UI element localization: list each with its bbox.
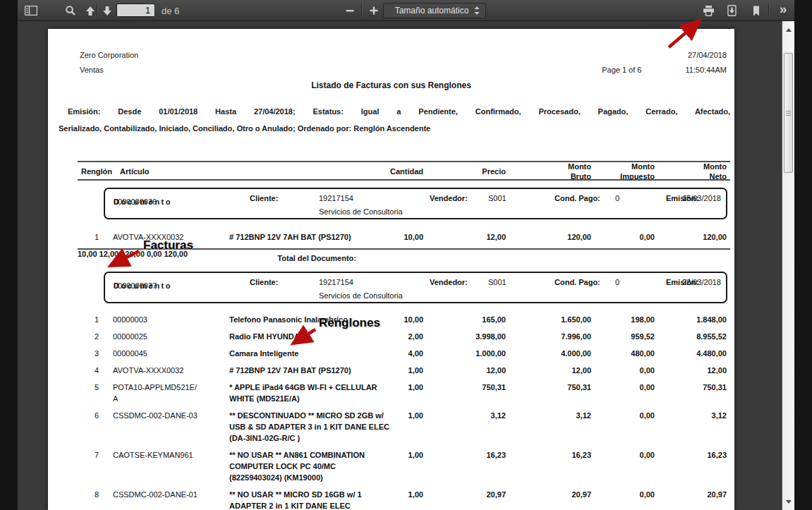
zoom-in-button[interactable] [365,2,383,19]
cliente-label: Cliente: [250,277,278,288]
cliente-value: 19217154 [319,277,353,288]
documento-number: 0000000036 [114,196,157,207]
cliente-value: 19217154 [319,193,353,204]
scroll-down-button[interactable] [782,496,795,507]
select-stepper-icon [474,6,480,15]
sidebar-toggle-button[interactable] [22,2,40,19]
col-precio: Precio [482,167,506,176]
cond-pago-value: 0 [615,193,619,204]
col-monto-bruto: Monto Bruto [568,162,591,181]
vendedor-value: S001 [488,277,507,288]
col-renglon: Renglón [81,167,112,176]
col-monto-impuesto: Monto Impuesto [620,162,655,181]
pdf-page: Zero Corporation Ventas 27/04/2018 Page … [48,29,734,510]
filter-line-2: Serializado, Contabilizado, Iniciado, Co… [59,122,730,150]
vertical-scrollbar[interactable] [782,21,794,510]
table-header-row: Renglón Artículo Cantidad Precio Monto B… [78,161,730,181]
report-table: Renglón Artículo Cantidad Precio Monto B… [78,161,730,510]
bookmark-button[interactable] [747,2,765,19]
report-company: Zero Corporation [80,48,138,63]
table-row: 3 00000045 Camara Inteligente 4,00 1.000… [78,342,730,359]
emision-value: 15/03/2018 [682,193,721,204]
pdf-viewer-window: de 6 Tamaño automático [0,0,812,510]
col-monto-neto: Monto Neto [703,162,727,181]
scroll-up-button[interactable] [782,24,795,35]
arrow-down-icon [102,6,113,16]
document-total-row: Total del Documento: 10,00 12,00 120,00 … [78,248,730,267]
table-row: 8 CSSDMC-002-DANE-01 ** NO USAR ** MICRO… [78,483,730,510]
cond-pago-label: Cond. Pago: [555,193,600,204]
plus-icon [368,5,380,16]
vendedor-label: Vendedor: [430,193,468,204]
toolbar-separator [361,4,362,18]
zoom-scale-select[interactable]: Tamaño automático [383,3,486,18]
documento-number: 0000000037 [114,280,157,291]
download-icon [726,5,738,16]
col-cantidad: Cantidad [390,167,423,176]
cliente-nombre: Servicios de Consultoria [319,206,403,217]
scroll-up-arrow-icon [786,28,792,32]
double-chevron-icon: » [780,1,787,17]
table-row: 4 AVOTVA-XXXX0032 # 712BNP 12V 7AH BAT (… [78,359,730,376]
vendedor-value: S001 [488,193,507,204]
download-button[interactable] [722,2,741,19]
report-filters: Emisión: Desde 01/01/2018 Hasta 27/04/20… [59,105,730,150]
bookmark-icon [751,6,761,16]
search-icon [65,5,76,16]
left-edge-strip [0,0,18,510]
page-count-label: de 6 [162,6,179,16]
total-label: Total del Documento: [277,254,356,262]
right-edge-strip [794,0,812,510]
table-row: 5 POTA10-APPLMD521E/ A * APPLE iPad4 64G… [78,376,730,404]
table-row: 1 00000003 Telefono Panasonic Inalambric… [78,308,730,325]
cliente-nombre: Servicios de Consultoria [319,290,403,301]
scroll-down-arrow-icon [786,500,792,504]
more-tools-button[interactable]: » [774,1,792,18]
report-header: Zero Corporation Ventas 27/04/2018 Page … [48,29,734,78]
report-time: 11:50:44AM [685,63,727,78]
pdf-viewer-area: Zero Corporation Ventas 27/04/2018 Page … [18,21,782,510]
table-row: 2 00000025 Radio FM HYUNDAI 2,00 3.998,0… [78,325,730,342]
report-department: Ventas [80,63,138,78]
arrow-up-icon [85,6,96,16]
zoom-scale-value: Tamaño automático [389,6,474,16]
table-row: 7 CAOTSE-KEYMAN961 ** NO USAR ** AN861 C… [78,444,730,483]
report-date: 27/04/2018 [602,48,727,63]
table-row: 1 AVOTVA-XXXX0032 # 712BNP 12V 7AH BAT (… [78,219,730,248]
toolbar-separator [97,4,97,18]
vendedor-label: Vendedor: [430,277,468,288]
table-row: 6 CSSDMC-002-DANE-03 ** DESCONTINUADO **… [78,404,730,444]
col-articulo: Artículo [120,167,150,176]
report-page-label: Page 1 of 6 [602,63,641,78]
printer-icon [703,6,715,16]
minus-icon [344,5,356,16]
toolbar-separator [768,4,769,18]
report-title: Listado de Facturas con sus Renglones [48,80,734,90]
cond-pago-value: 0 [615,277,619,288]
print-button[interactable] [699,2,717,19]
filter-line-1: Emisión: Desde 01/01/2018 Hasta 27/04/20… [59,105,730,122]
pdf-toolbar: de 6 Tamaño automático [18,0,794,21]
zoom-out-button[interactable] [341,2,359,19]
next-page-button[interactable] [98,2,116,19]
scrollbar-thumb[interactable] [784,53,793,173]
document-header-box: Documento0000000036 Cliente: 19217154 Ve… [104,188,727,219]
cliente-label: Cliente: [250,193,278,204]
sidebar-toggle-icon [25,6,37,16]
page-number-input[interactable] [116,4,155,17]
cond-pago-label: Cond. Pago: [555,277,600,288]
find-button[interactable] [61,2,80,19]
emision-value: 22/03/2018 [682,277,721,288]
document-header-box: Documento0000000037 Cliente: 19217154 Ve… [104,272,727,303]
